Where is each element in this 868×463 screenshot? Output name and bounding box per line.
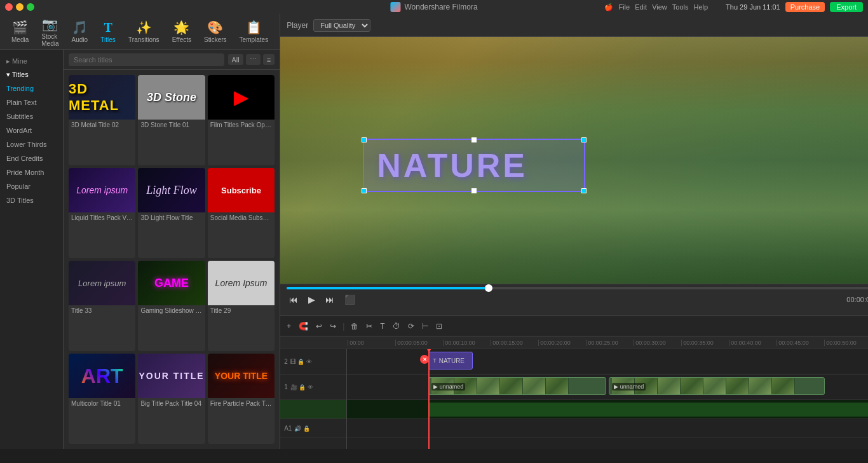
timeline-crop-button[interactable]: ⊡: [433, 321, 445, 332]
track-label-video1: 1 🎥 🔒 👁: [280, 375, 346, 400]
sidebar-item-subtitles[interactable]: Subtitles: [0, 109, 63, 123]
search-input[interactable]: [69, 53, 224, 66]
handle-bottom-left[interactable]: [362, 188, 367, 193]
transitions-icon: ✨: [136, 20, 151, 35]
filter-options-button[interactable]: ⋯: [246, 54, 261, 65]
filter-all-button[interactable]: All: [228, 54, 243, 65]
menu-view[interactable]: View: [652, 3, 667, 11]
timeline-redo-button[interactable]: ↪: [327, 321, 339, 332]
timeline-undo-button[interactable]: ↩: [313, 321, 325, 332]
media-icon: 🎬: [13, 20, 28, 35]
handle-top-middle[interactable]: [471, 137, 477, 142]
toolbar: 🎬 Media 📷 Stock Media 🎵 Audio T Titles ✨…: [0, 14, 280, 50]
quality-select[interactable]: Full Quality: [313, 19, 370, 32]
thumb-game: GAME: [138, 261, 205, 305]
grid-item-gaming[interactable]: GAME Gaming Slideshow Opener 01: [138, 261, 205, 351]
ruler-mark-7: 00:00:35:00: [681, 340, 729, 346]
tool-stickers[interactable]: 🎨 Stickers: [199, 17, 232, 46]
clip-frame: [749, 378, 772, 394]
grid-item-social[interactable]: Subscribe Social Media Subscribe Pa...: [208, 168, 275, 258]
label-gaming: Gaming Slideshow Opener 01: [138, 305, 205, 316]
menu-edit[interactable]: Edit: [635, 3, 647, 11]
sidebar-item-pride-month[interactable]: Pride Month: [0, 165, 63, 179]
sidebar-item-lower-thirds[interactable]: Lower Thirds: [0, 137, 63, 151]
handle-bottom-right[interactable]: [581, 188, 587, 193]
center-panel: Player Full Quality ⛶ NATURE: [280, 14, 868, 449]
tool-titles[interactable]: T Titles: [95, 17, 121, 46]
handle-bottom-middle[interactable]: [471, 188, 477, 193]
track-label-audio: A1 🔊 🔒: [280, 419, 346, 438]
stock-icon: 📷: [43, 17, 58, 32]
progress-bar[interactable]: [287, 287, 868, 289]
timeline-text-button[interactable]: T: [377, 321, 387, 332]
menu-tools[interactable]: Tools: [672, 3, 689, 11]
thumb-3d-stone: 3D Stone: [138, 75, 205, 120]
stop-button[interactable]: ⬛: [342, 293, 358, 306]
progress-thumb[interactable]: [485, 284, 492, 292]
sidebar-item-trending[interactable]: Trending: [0, 81, 63, 95]
tool-stock[interactable]: 📷 Stock Media: [36, 14, 64, 50]
sidebar-section-titles[interactable]: ▾ Titles: [0, 68, 63, 81]
tool-transitions[interactable]: ✨ Transitions: [123, 17, 165, 46]
window-controls[interactable]: [5, 3, 34, 11]
close-button[interactable]: [5, 3, 13, 11]
grid-item-bigtitle[interactable]: YOUR TITLE Big Title Pack Title 04: [138, 354, 205, 444]
app-logo: [390, 2, 400, 12]
timeline-split-button[interactable]: ⊢: [419, 321, 431, 332]
handle-top-right[interactable]: [581, 137, 587, 142]
sidebar-item-popular[interactable]: Popular: [0, 179, 63, 193]
timeline-transform-button[interactable]: ⟳: [405, 321, 417, 332]
timeline-speed-button[interactable]: ⏱: [390, 321, 403, 332]
thumb-film: ▶: [208, 75, 275, 120]
export-button[interactable]: Export: [830, 2, 863, 12]
tool-audio[interactable]: 🎵 Audio: [67, 17, 93, 46]
menu-file[interactable]: File: [618, 3, 630, 11]
purchase-button[interactable]: Purchase: [785, 2, 825, 12]
skip-back-button[interactable]: ⏮: [287, 293, 301, 306]
red-marker[interactable]: ✕: [420, 355, 429, 364]
grid-item-title33[interactable]: ♥ Lorem ipsum Title 33: [69, 261, 135, 351]
tool-media[interactable]: 🎬 Media: [6, 17, 34, 46]
clip-frame: [772, 378, 795, 394]
more-options-button[interactable]: ≡: [263, 54, 275, 65]
ruler-mark-2: 00:00:10:00: [443, 340, 491, 346]
title-clip[interactable]: T NATURE: [428, 352, 473, 370]
grid-item-film[interactable]: ▶ Film Titles Pack Opener 01: [208, 75, 275, 165]
timeline-delete-button[interactable]: 🗑: [348, 321, 361, 332]
tool-audio-label: Audio: [72, 36, 88, 43]
grid-item-lightflow[interactable]: ♥ Light Flow 3D Light Flow Title: [138, 168, 205, 258]
tool-templates[interactable]: 📋 Templates: [234, 17, 274, 46]
grid-item-3d-stone[interactable]: 3D Stone 3D Stone Title 01: [138, 75, 205, 165]
grid-item-title29[interactable]: Lorem Ipsum Title 29: [208, 261, 275, 351]
title-overlay[interactable]: NATURE: [363, 139, 585, 192]
handle-top-left[interactable]: [362, 137, 367, 142]
tool-effects[interactable]: 🌟 Effects: [167, 17, 196, 46]
skip-forward-button[interactable]: ⏭: [323, 293, 337, 306]
sidebar-item-plain-text[interactable]: Plain Text: [0, 95, 63, 109]
sidebar-section-mine[interactable]: ▸ Mine: [0, 55, 63, 68]
video-clip-2[interactable]: ▶ unnamed: [609, 377, 825, 395]
label-3d-metal: 3D Metal Title 02: [69, 120, 135, 130]
video-clip-1[interactable]: ▶ unnamed: [428, 377, 606, 395]
play-button[interactable]: ▶: [306, 293, 318, 306]
maximize-button[interactable]: [27, 3, 34, 11]
controls-row: ⏮ ▶ ⏭ ⬛ 00:00:01:23 / 00:00:44:01 { } 📷 …: [287, 293, 868, 306]
playhead[interactable]: [428, 349, 430, 449]
menu-help[interactable]: Help: [693, 3, 708, 11]
sidebar-item-wordart[interactable]: WordArt: [0, 123, 63, 137]
timeline-cut-button[interactable]: ✂: [363, 321, 375, 332]
timeline-magnet-button[interactable]: 🧲: [296, 321, 311, 332]
sidebar-item-3d-titles[interactable]: 3D Titles: [0, 193, 63, 207]
grid-item-art[interactable]: ♥ ART Multicolor Title 01: [69, 354, 135, 444]
tool-transitions-label: Transitions: [128, 36, 159, 43]
ruler-mark-10: 00:00:50:00: [824, 340, 868, 346]
grid-item-3d-metal[interactable]: 3D METAL 3D Metal Title 02: [69, 75, 135, 165]
sidebar-item-end-credits[interactable]: End Credits: [0, 151, 63, 165]
grid-item-liquid[interactable]: Lorem ipsum Liquid Titles Pack Vol 02 Ti…: [69, 168, 135, 258]
grid-item-fire[interactable]: YOUR TITLE Fire Particle Pack Title 11: [208, 354, 275, 444]
titlebar-right: 🍎 File Edit View Tools Help Thu 29 Jun 1…: [604, 2, 863, 12]
clip-frame: [703, 378, 726, 394]
timeline-add-button[interactable]: +: [284, 321, 294, 332]
green-audio-bar: [428, 403, 868, 417]
minimize-button[interactable]: [16, 3, 24, 11]
